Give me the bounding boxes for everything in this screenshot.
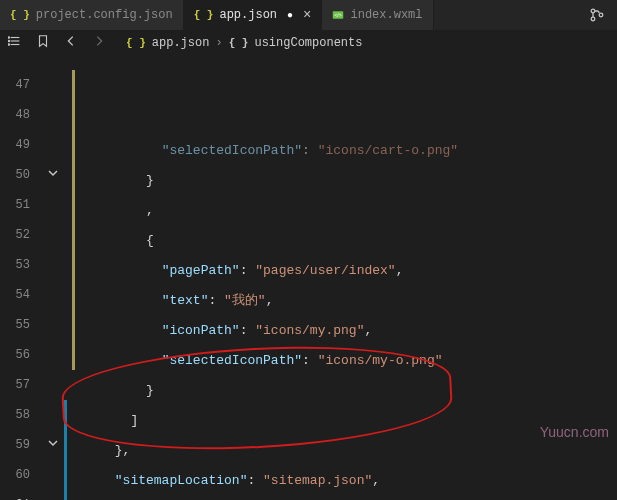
- code-line[interactable]: "usingComponents": {: [68, 496, 617, 500]
- watermark-text: Yuucn.com: [540, 424, 609, 440]
- code-line[interactable]: },: [68, 436, 617, 466]
- tab-project-config-json[interactable]: { }project.config.json: [0, 0, 184, 30]
- toc-icon[interactable]: [6, 34, 24, 52]
- json-icon: { }: [194, 9, 214, 21]
- nav-back-icon[interactable]: [62, 34, 80, 52]
- svg-text:</>: </>: [335, 12, 343, 18]
- tab-dirty-dot: ●: [287, 10, 293, 21]
- change-marker: [64, 430, 67, 460]
- chevron-down-icon[interactable]: [48, 438, 58, 451]
- chevron-down-icon[interactable]: [48, 168, 58, 181]
- svg-point-3: [591, 17, 595, 21]
- svg-point-9: [8, 40, 9, 41]
- line-number: 58: [0, 400, 30, 430]
- line-number-gutter: 474849505152535455565758596061: [0, 56, 40, 500]
- breadcrumb-symbol: usingComponents: [254, 36, 362, 50]
- code-line[interactable]: "selectedIconPath": "icons/cart-o.png": [68, 136, 617, 166]
- breadcrumb[interactable]: { } app.json › { } usingComponents: [126, 36, 362, 50]
- line-number: 55: [0, 310, 30, 340]
- json-icon: { }: [10, 9, 30, 21]
- change-marker: [64, 490, 67, 500]
- json-icon: { }: [126, 37, 146, 49]
- code-line[interactable]: "selectedIconPath": "icons/my-o.png": [68, 346, 617, 376]
- line-number: 52: [0, 220, 30, 250]
- tab-label: index.wxml: [350, 8, 422, 22]
- svg-point-2: [591, 9, 595, 13]
- line-number: 50: [0, 160, 30, 190]
- close-icon[interactable]: ×: [303, 7, 311, 23]
- compare-icon[interactable]: [577, 0, 617, 30]
- code-editor[interactable]: 474849505152535455565758596061 "selected…: [0, 56, 617, 500]
- line-number: 54: [0, 280, 30, 310]
- line-number: 53: [0, 250, 30, 280]
- nav-forward-icon[interactable]: [90, 34, 108, 52]
- wxml-icon: </>: [332, 9, 344, 21]
- editor-tabs: { }project.config.json{ }app.json●×</>in…: [0, 0, 617, 30]
- svg-point-4: [599, 13, 603, 17]
- line-number: 56: [0, 340, 30, 370]
- breadcrumb-file: app.json: [152, 36, 210, 50]
- tab-label: project.config.json: [36, 8, 173, 22]
- line-number: 49: [0, 130, 30, 160]
- code-line[interactable]: "pagePath": "pages/user/index",: [68, 256, 617, 286]
- line-number: 51: [0, 190, 30, 220]
- change-marker: [64, 400, 67, 430]
- line-number: 59: [0, 430, 30, 460]
- code-line[interactable]: }: [68, 166, 617, 196]
- tab-app-json[interactable]: { }app.json●×: [184, 0, 323, 30]
- code-line[interactable]: "iconPath": "icons/my.png",: [68, 316, 617, 346]
- bookmark-icon[interactable]: [34, 34, 52, 52]
- code-line[interactable]: "sitemapLocation": "sitemap.json",: [68, 466, 617, 496]
- code-line[interactable]: ,: [68, 196, 617, 226]
- line-number: 47: [0, 70, 30, 100]
- tab-index-wxml[interactable]: </>index.wxml: [322, 0, 433, 30]
- line-number: 61: [0, 490, 30, 500]
- svg-point-10: [8, 43, 9, 44]
- code-line[interactable]: {: [68, 226, 617, 256]
- change-marker: [64, 460, 67, 490]
- code-line[interactable]: }: [68, 376, 617, 406]
- line-number: 57: [0, 370, 30, 400]
- chevron-right-icon: ›: [215, 36, 222, 50]
- svg-point-8: [8, 36, 9, 37]
- line-number: 48: [0, 100, 30, 130]
- code-line[interactable]: ]: [68, 406, 617, 436]
- tab-label: app.json: [219, 8, 277, 22]
- editor-toolbar: { } app.json › { } usingComponents: [0, 30, 617, 56]
- line-number: 60: [0, 460, 30, 490]
- code-area[interactable]: "selectedIconPath": "icons/cart-o.png" }…: [68, 56, 617, 500]
- code-line[interactable]: "text": "我的",: [68, 286, 617, 316]
- braces-icon: { }: [229, 37, 249, 49]
